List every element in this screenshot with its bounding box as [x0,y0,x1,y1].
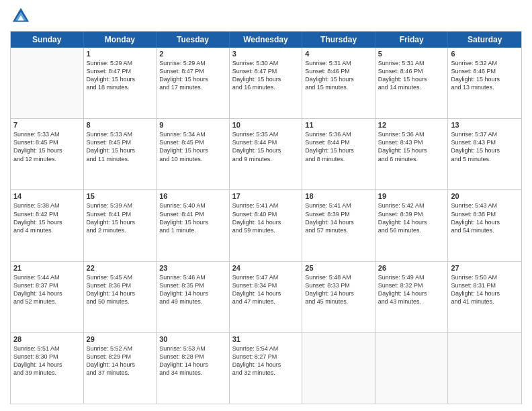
calendar-header-cell: Tuesday [157,32,230,48]
cell-info: Sunrise: 5:41 AM Sunset: 8:39 PM Dayligh… [305,201,372,234]
cell-info: Sunrise: 5:45 AM Sunset: 8:36 PM Dayligh… [87,273,154,306]
header [10,7,522,26]
calendar-week: 14Sunrise: 5:38 AM Sunset: 8:42 PM Dayli… [11,190,521,261]
calendar-cell: 22Sunrise: 5:45 AM Sunset: 8:36 PM Dayli… [84,262,157,332]
day-number: 2 [159,50,226,58]
page: SundayMondayTuesdayWednesdayThursdayFrid… [0,0,532,411]
calendar-cell: 21Sunrise: 5:44 AM Sunset: 8:37 PM Dayli… [11,262,84,332]
calendar-cell [375,333,449,404]
calendar-cell: 16Sunrise: 5:40 AM Sunset: 8:41 PM Dayli… [157,190,230,261]
calendar-header-cell: Sunday [11,32,84,48]
day-number: 27 [451,264,519,272]
calendar-cell: 18Sunrise: 5:41 AM Sunset: 8:39 PM Dayli… [302,190,375,261]
cell-info: Sunrise: 5:31 AM Sunset: 8:46 PM Dayligh… [305,59,372,92]
calendar-cell: 28Sunrise: 5:51 AM Sunset: 8:30 PM Dayli… [11,333,84,404]
cell-info: Sunrise: 5:40 AM Sunset: 8:41 PM Dayligh… [159,201,226,234]
calendar-week: 28Sunrise: 5:51 AM Sunset: 8:30 PM Dayli… [11,333,521,404]
cell-info: Sunrise: 5:36 AM Sunset: 8:43 PM Dayligh… [378,130,445,163]
day-number: 31 [232,335,300,343]
calendar-cell: 4Sunrise: 5:31 AM Sunset: 8:46 PM Daylig… [302,48,375,118]
cell-info: Sunrise: 5:36 AM Sunset: 8:44 PM Dayligh… [305,130,372,163]
cell-info: Sunrise: 5:47 AM Sunset: 8:34 PM Dayligh… [232,273,300,306]
day-number: 14 [13,192,81,200]
day-number: 24 [232,264,300,272]
cell-info: Sunrise: 5:33 AM Sunset: 8:45 PM Dayligh… [87,130,154,163]
cell-info: Sunrise: 5:38 AM Sunset: 8:42 PM Dayligh… [13,201,81,234]
calendar-cell: 13Sunrise: 5:37 AM Sunset: 8:43 PM Dayli… [448,119,521,189]
calendar-cell: 19Sunrise: 5:42 AM Sunset: 8:39 PM Dayli… [375,190,449,261]
cell-info: Sunrise: 5:51 AM Sunset: 8:30 PM Dayligh… [13,345,81,377]
day-number: 4 [305,50,372,58]
calendar-cell: 27Sunrise: 5:50 AM Sunset: 8:31 PM Dayli… [448,262,521,332]
calendar-cell [11,48,84,118]
cell-info: Sunrise: 5:34 AM Sunset: 8:45 PM Dayligh… [159,130,226,163]
calendar-cell: 8Sunrise: 5:33 AM Sunset: 8:45 PM Daylig… [84,119,157,189]
calendar-cell: 29Sunrise: 5:52 AM Sunset: 8:29 PM Dayli… [84,333,157,404]
day-number: 28 [13,335,81,343]
day-number: 1 [87,50,154,58]
calendar-week: 1Sunrise: 5:29 AM Sunset: 8:47 PM Daylig… [11,48,521,119]
calendar-cell: 9Sunrise: 5:34 AM Sunset: 8:45 PM Daylig… [157,119,230,189]
day-number: 6 [451,50,519,58]
day-number: 26 [378,264,445,272]
calendar-header-cell: Wednesday [230,32,303,48]
day-number: 21 [13,264,81,272]
calendar-cell: 7Sunrise: 5:33 AM Sunset: 8:45 PM Daylig… [11,119,84,189]
day-number: 7 [13,121,81,129]
day-number: 15 [87,192,154,200]
calendar-cell: 23Sunrise: 5:46 AM Sunset: 8:35 PM Dayli… [157,262,230,332]
cell-info: Sunrise: 5:43 AM Sunset: 8:38 PM Dayligh… [451,201,519,234]
cell-info: Sunrise: 5:48 AM Sunset: 8:33 PM Dayligh… [305,273,372,306]
logo [10,7,32,26]
day-number: 10 [232,121,300,129]
cell-info: Sunrise: 5:39 AM Sunset: 8:41 PM Dayligh… [87,201,154,234]
cell-info: Sunrise: 5:31 AM Sunset: 8:46 PM Dayligh… [378,59,445,92]
calendar-cell: 1Sunrise: 5:29 AM Sunset: 8:47 PM Daylig… [84,48,157,118]
cell-info: Sunrise: 5:35 AM Sunset: 8:44 PM Dayligh… [232,130,300,163]
cell-info: Sunrise: 5:29 AM Sunset: 8:47 PM Dayligh… [87,59,154,92]
calendar-cell: 3Sunrise: 5:30 AM Sunset: 8:47 PM Daylig… [230,48,303,118]
cell-info: Sunrise: 5:33 AM Sunset: 8:45 PM Dayligh… [13,130,81,163]
calendar: SundayMondayTuesdayWednesdayThursdayFrid… [10,31,522,404]
calendar-cell: 14Sunrise: 5:38 AM Sunset: 8:42 PM Dayli… [11,190,84,261]
day-number: 13 [451,121,519,129]
cell-info: Sunrise: 5:42 AM Sunset: 8:39 PM Dayligh… [378,201,445,234]
day-number: 30 [159,335,226,343]
calendar-cell: 5Sunrise: 5:31 AM Sunset: 8:46 PM Daylig… [375,48,449,118]
calendar-cell: 2Sunrise: 5:29 AM Sunset: 8:47 PM Daylig… [157,48,230,118]
calendar-header-cell: Saturday [448,32,521,48]
cell-info: Sunrise: 5:54 AM Sunset: 8:27 PM Dayligh… [232,345,300,377]
day-number: 8 [87,121,154,129]
cell-info: Sunrise: 5:52 AM Sunset: 8:29 PM Dayligh… [87,345,154,377]
calendar-body: 1Sunrise: 5:29 AM Sunset: 8:47 PM Daylig… [11,48,521,404]
calendar-cell: 26Sunrise: 5:49 AM Sunset: 8:32 PM Dayli… [375,262,449,332]
day-number: 20 [451,192,519,200]
cell-info: Sunrise: 5:53 AM Sunset: 8:28 PM Dayligh… [159,345,226,377]
day-number: 3 [232,50,300,58]
logo-icon [11,7,30,26]
calendar-cell: 17Sunrise: 5:41 AM Sunset: 8:40 PM Dayli… [230,190,303,261]
day-number: 5 [378,50,445,58]
cell-info: Sunrise: 5:46 AM Sunset: 8:35 PM Dayligh… [159,273,226,306]
calendar-cell [448,333,521,404]
day-number: 23 [159,264,226,272]
calendar-cell: 10Sunrise: 5:35 AM Sunset: 8:44 PM Dayli… [230,119,303,189]
cell-info: Sunrise: 5:29 AM Sunset: 8:47 PM Dayligh… [159,59,226,92]
cell-info: Sunrise: 5:50 AM Sunset: 8:31 PM Dayligh… [451,273,519,306]
cell-info: Sunrise: 5:37 AM Sunset: 8:43 PM Dayligh… [451,130,519,163]
calendar-cell: 12Sunrise: 5:36 AM Sunset: 8:43 PM Dayli… [375,119,449,189]
day-number: 25 [305,264,372,272]
cell-info: Sunrise: 5:32 AM Sunset: 8:46 PM Dayligh… [451,59,519,92]
day-number: 16 [159,192,226,200]
calendar-week: 21Sunrise: 5:44 AM Sunset: 8:37 PM Dayli… [11,262,521,333]
calendar-cell: 30Sunrise: 5:53 AM Sunset: 8:28 PM Dayli… [157,333,230,404]
calendar-cell: 31Sunrise: 5:54 AM Sunset: 8:27 PM Dayli… [230,333,303,404]
day-number: 22 [87,264,154,272]
cell-info: Sunrise: 5:41 AM Sunset: 8:40 PM Dayligh… [232,201,300,234]
cell-info: Sunrise: 5:49 AM Sunset: 8:32 PM Dayligh… [378,273,445,306]
calendar-cell: 20Sunrise: 5:43 AM Sunset: 8:38 PM Dayli… [448,190,521,261]
calendar-cell [302,333,375,404]
cell-info: Sunrise: 5:30 AM Sunset: 8:47 PM Dayligh… [232,59,300,92]
day-number: 19 [378,192,445,200]
day-number: 29 [87,335,154,343]
